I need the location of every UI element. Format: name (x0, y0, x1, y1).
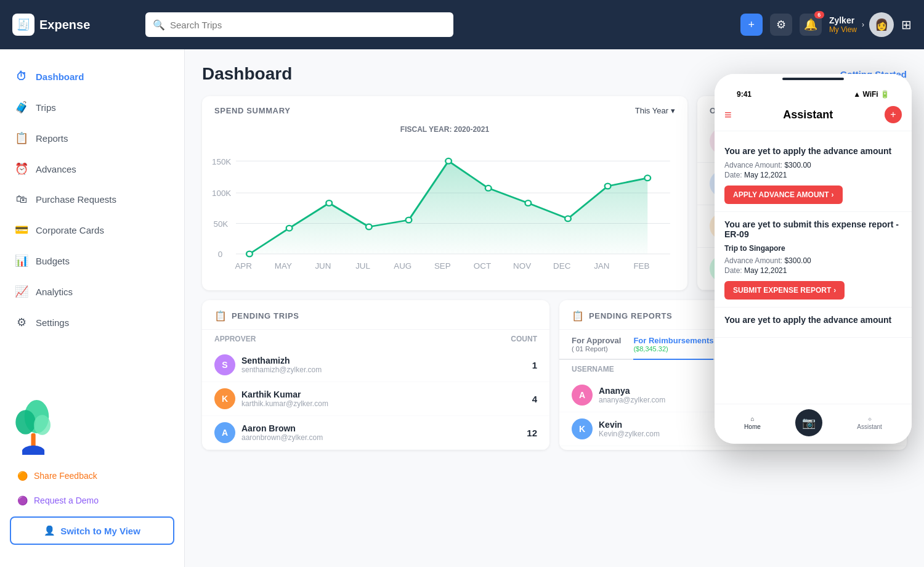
trip-name: Trip to Singapore (724, 244, 902, 253)
request-demo-button[interactable]: 🟣 Request a Demo (10, 489, 174, 512)
sidebar-item-dashboard[interactable]: ⏱ Dashboard (0, 62, 184, 92)
user-view: My View (829, 25, 857, 34)
svg-point-24 (644, 175, 650, 181)
svg-text:AUG: AUG (394, 262, 411, 271)
avatar: K (214, 388, 235, 409)
notification-badge: 6 (814, 11, 824, 18)
sidebar-item-settings[interactable]: ⚙ Settings (0, 307, 184, 338)
arrow-icon: › (833, 286, 836, 295)
sidebar-item-trips[interactable]: 🧳 Trips (0, 92, 184, 123)
phone-bottom-nav: ⌂ Home 📷 ⟐ Assistant (715, 404, 912, 444)
assistant-card-3: You are yet to apply the advance amount (715, 308, 912, 338)
tab-for-reimbursements[interactable]: For Reimbursements ($8,345.32) (633, 330, 713, 360)
assistant-nav-icon: ⟐ (868, 415, 872, 422)
advance-date-label-2: Date: May 12,2021 (724, 266, 902, 275)
tab-for-approval[interactable]: For Approval ( 01 Report) (572, 330, 621, 360)
sidebar-item-label: Corporate Cards (36, 225, 104, 235)
pending-trips-icon: 📋 (214, 310, 227, 322)
svg-point-2 (34, 415, 51, 434)
svg-point-22 (565, 216, 571, 221)
phone-nav-home[interactable]: ⌂ Home (744, 415, 761, 430)
spend-year-select[interactable]: This Year ▾ (635, 106, 675, 115)
advance-amount-label-2: Advance Amount: $300.00 (724, 256, 902, 265)
home-icon: ⌂ (750, 415, 754, 422)
apply-advance-button[interactable]: APPLY ADVANCE AMOUNT › (724, 186, 843, 204)
pending-trips-title: PENDING TRIPS (232, 311, 299, 320)
submit-expense-button[interactable]: SUBMIT EXPENSE REPORT › (724, 281, 845, 300)
approver-email: aaronbrown@zylker.com (241, 433, 521, 442)
reports-icon: 📋 (15, 131, 28, 145)
svg-point-17 (366, 224, 372, 230)
assistant-card-headline-1: You are yet to apply the advance amount (724, 146, 902, 156)
pending-trips-header: 📋 PENDING TRIPS (202, 300, 549, 330)
approver-name: Aaron Brown (241, 423, 521, 433)
logo-icon: 🧾 (12, 14, 34, 36)
spend-summary-title: SPEND SUMMARY (214, 106, 291, 115)
sidebar-item-analytics[interactable]: 📈 Analytics (0, 276, 184, 307)
plant-decoration (0, 393, 184, 455)
switch-view-button[interactable]: 👤 Switch to My View (10, 516, 174, 545)
menu-icon[interactable]: ≡ (724, 108, 732, 122)
demo-icon: 🟣 (17, 496, 28, 505)
phone-notch (782, 78, 844, 80)
svg-point-23 (605, 184, 611, 189)
assistant-header: ≡ Assistant + (715, 101, 912, 131)
spend-chart: 0 50K 100K 150K (212, 139, 678, 274)
avatar: A (214, 422, 235, 443)
svg-text:JUL: JUL (355, 262, 370, 271)
sidebar-item-label: Settings (36, 317, 69, 328)
svg-point-1 (15, 410, 35, 434)
sidebar-item-advances[interactable]: ⏰ Advances (0, 153, 184, 184)
phone-status-bar: 9:41 ▲ WiFi 🔋 (724, 85, 902, 101)
approver-name: Karthik Kumar (241, 390, 526, 399)
svg-text:APR: APR (235, 262, 252, 271)
svg-text:MAY: MAY (275, 262, 293, 271)
table-row: A Aaron Brown aaronbrown@zylker.com 12 (202, 416, 549, 450)
phone-nav-assistant[interactable]: ⟐ Assistant (857, 415, 882, 430)
assistant-add-button[interactable]: + (885, 106, 902, 123)
phone-camera-button[interactable]: 📷 (795, 409, 822, 436)
table-row: K Karthik Kumar karthik.kumar@zylker.com… (202, 382, 549, 416)
svg-text:100K: 100K (212, 189, 232, 198)
svg-text:50K: 50K (213, 220, 228, 229)
search-input[interactable] (170, 20, 446, 30)
budgets-icon: 📊 (15, 254, 28, 267)
assistant-card-headline-2: You are yet to submit this expense repor… (724, 219, 902, 239)
svg-text:0: 0 (218, 250, 222, 259)
sidebar-item-label: Advances (36, 164, 76, 174)
camera-icon: 📷 (802, 416, 816, 430)
app-name: Expense (39, 18, 90, 32)
svg-text:JUN: JUN (315, 262, 331, 271)
svg-point-20 (485, 186, 492, 191)
trip-count: 12 (527, 428, 537, 438)
sidebar-nav: ⏱ Dashboard 🧳 Trips 📋 Reports ⏰ Advances… (0, 62, 184, 393)
spend-summary-header: SPEND SUMMARY This Year ▾ (202, 96, 687, 120)
cards-icon: 💳 (15, 223, 28, 237)
chevron-down-icon: ▾ (671, 106, 675, 115)
spend-summary-card: SPEND SUMMARY This Year ▾ FISCAL YEAR: 2… (202, 96, 687, 290)
add-button[interactable]: + (740, 14, 763, 36)
trip-count: 1 (532, 360, 537, 370)
notification-button[interactable]: 🔔 6 (800, 14, 822, 36)
search-icon: 🔍 (153, 19, 165, 31)
sidebar-item-label: Budgets (36, 256, 70, 266)
chevron-icon: › (862, 20, 864, 29)
sidebar-item-reports[interactable]: 📋 Reports (0, 123, 184, 153)
sidebar-item-label: Dashboard (36, 71, 84, 82)
sidebar-item-purchase-requests[interactable]: 🛍 Purchase Requests (0, 184, 184, 214)
settings-button[interactable]: ⚙ (770, 14, 792, 36)
approver-email: senthamizh@zylker.com (241, 365, 526, 374)
phone-signal: ▲ WiFi 🔋 (853, 90, 890, 99)
share-feedback-button[interactable]: 🟠 Share Feedback (10, 465, 174, 487)
grid-icon[interactable]: ⊞ (901, 17, 912, 32)
sidebar-item-corporate-cards[interactable]: 💳 Corporate Cards (0, 214, 184, 245)
search-bar[interactable]: 🔍 (145, 12, 453, 37)
notification-icon: 🔔 (804, 18, 817, 31)
pending-reports-icon: 📋 (572, 310, 584, 322)
sidebar-item-budgets[interactable]: 📊 Budgets (0, 245, 184, 276)
user-name: Zylker (829, 15, 857, 25)
user-area[interactable]: Zylker My View › 👩 (829, 12, 894, 37)
pending-trips-columns: APPROVER COUNT (202, 330, 549, 348)
svg-rect-5 (22, 449, 44, 455)
sidebar-item-label: Analytics (36, 287, 73, 297)
